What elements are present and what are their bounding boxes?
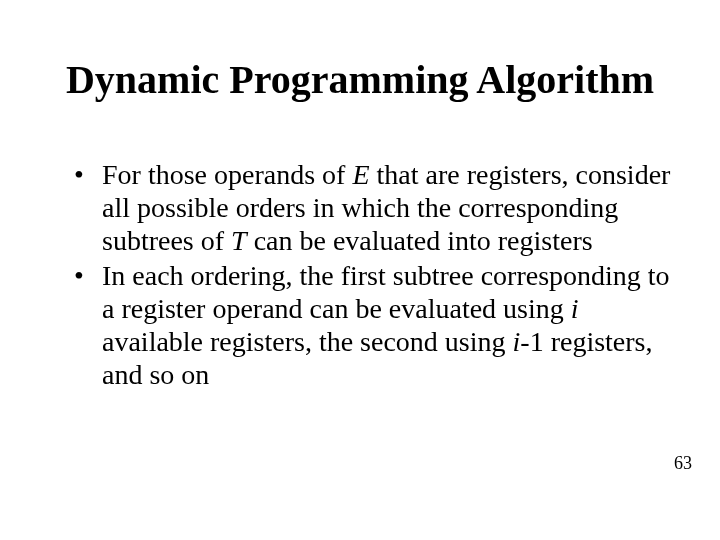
slide: Dynamic Programming Algorithm For those … <box>0 0 720 540</box>
text-run: can be evaluated into registers <box>247 225 593 256</box>
bullet-list: For those operands of E that are registe… <box>72 158 672 391</box>
text-run: For those operands of <box>102 159 352 190</box>
variable: T <box>231 225 247 256</box>
bullet-item: For those operands of E that are registe… <box>72 158 672 257</box>
variable: i <box>571 293 579 324</box>
text-run: In each ordering, the first subtree corr… <box>102 260 670 324</box>
bullet-item: In each ordering, the first subtree corr… <box>72 259 672 391</box>
page-number: 63 <box>674 453 692 474</box>
slide-body: For those operands of E that are registe… <box>72 158 672 393</box>
text-run: available registers, the second using <box>102 326 513 357</box>
slide-title: Dynamic Programming Algorithm <box>0 58 720 102</box>
variable: E <box>352 159 369 190</box>
